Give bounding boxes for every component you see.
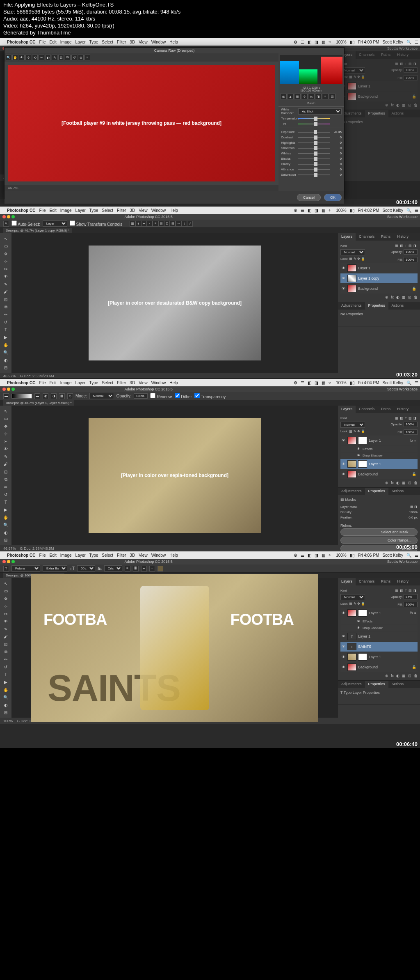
menu-image[interactable]: Image bbox=[60, 553, 72, 558]
layer-thumb[interactable] bbox=[347, 285, 356, 292]
tool-button[interactable]: 🔍 bbox=[2, 521, 10, 529]
tool-button[interactable]: ◐ bbox=[2, 529, 10, 536]
visibility-icon[interactable]: 👁 bbox=[342, 611, 346, 615]
panel-tab-layers[interactable]: Layers bbox=[338, 406, 356, 413]
cr-slider-shadows[interactable]: Shadows0 bbox=[278, 145, 344, 151]
layer-action-icon[interactable]: ⊕ bbox=[385, 295, 388, 299]
cr-slider-exposure[interactable]: Exposure-0.05 bbox=[278, 129, 344, 135]
menu-file[interactable]: File bbox=[39, 40, 46, 44]
layer-thumb[interactable] bbox=[347, 663, 356, 671]
canvas-area[interactable]: [Player in color over sepia-toned backgr… bbox=[11, 406, 338, 545]
workspace-label[interactable]: Scott's Workspace bbox=[387, 387, 418, 391]
layer-action-icon[interactable]: ▦ bbox=[402, 481, 406, 485]
tool-button[interactable]: ✏ bbox=[2, 483, 10, 491]
tool-button[interactable]: ↖ bbox=[2, 580, 10, 587]
tool-button[interactable]: ⊹ bbox=[2, 258, 10, 265]
tool-button[interactable]: ✏ bbox=[2, 311, 10, 318]
status-icon[interactable]: ◧ bbox=[308, 381, 311, 385]
zoom-value[interactable]: 46.97% bbox=[3, 374, 16, 378]
status-icon[interactable]: ☰ bbox=[301, 381, 304, 385]
menu-select[interactable]: Select bbox=[102, 553, 113, 558]
cr-tab-icon[interactable]: ◐ bbox=[280, 94, 287, 99]
text-align-icon[interactable]: ⫠ bbox=[149, 566, 155, 571]
menu-view[interactable]: View bbox=[139, 208, 148, 213]
layer-thumb[interactable]: T bbox=[347, 633, 356, 640]
panel-tab-paths[interactable]: Paths bbox=[378, 233, 394, 241]
gradient-icon[interactable]: ▬ bbox=[3, 393, 9, 399]
layer-action-icon[interactable]: ▦ bbox=[402, 674, 406, 678]
panel-tab-history[interactable]: History bbox=[394, 406, 412, 413]
tool-button[interactable]: ↺ bbox=[2, 663, 10, 671]
tool-button[interactable]: ▭ bbox=[2, 415, 10, 422]
gradient-type-icon[interactable]: ◇ bbox=[67, 393, 73, 399]
font-family[interactable]: Futura bbox=[11, 565, 40, 571]
filter-icon[interactable]: ▨ bbox=[409, 589, 412, 592]
battery-icon[interactable]: ▮▯ bbox=[350, 553, 355, 558]
status-icon[interactable]: ◧ bbox=[308, 553, 311, 558]
layer-action-icon[interactable]: fx bbox=[391, 481, 394, 485]
visibility-icon[interactable]: 👁 bbox=[357, 454, 361, 457]
mask-thumb[interactable] bbox=[358, 609, 367, 617]
menu-view[interactable]: View bbox=[139, 40, 148, 44]
panel-tab-layers[interactable]: Layers bbox=[338, 578, 356, 585]
menu-3d[interactable]: 3D bbox=[130, 553, 135, 558]
minimize-icon[interactable] bbox=[7, 388, 10, 391]
menu-window[interactable]: Window bbox=[151, 381, 166, 385]
fx-badge[interactable]: fx ≡ bbox=[410, 438, 416, 443]
status-icon[interactable]: ☰ bbox=[301, 553, 304, 558]
search-icon[interactable]: 🔍 bbox=[406, 553, 411, 558]
filter-icon[interactable]: ◨ bbox=[413, 244, 417, 248]
layer-thumb[interactable]: T bbox=[347, 643, 356, 650]
layer-action-icon[interactable]: 🗑 bbox=[414, 295, 418, 299]
tool-button[interactable]: ✎ bbox=[2, 625, 10, 633]
layer-thumb[interactable] bbox=[347, 437, 356, 444]
tool-button[interactable]: ⊟ bbox=[2, 537, 10, 544]
status-icon[interactable]: ◧ bbox=[308, 208, 311, 213]
antialias[interactable]: Crisp bbox=[104, 565, 122, 571]
menu-filter[interactable]: Filter bbox=[117, 553, 126, 558]
gradient-preview[interactable] bbox=[11, 394, 32, 399]
layer-action-icon[interactable]: 🗑 bbox=[414, 481, 418, 485]
tool-button[interactable]: ▶ bbox=[2, 334, 10, 341]
layer-action-icon[interactable]: ⊕ bbox=[385, 674, 388, 678]
layer-action-icon[interactable]: ◐ bbox=[396, 481, 399, 485]
visibility-icon[interactable]: 👁 bbox=[342, 472, 346, 476]
wifi-icon[interactable]: ᯤ bbox=[329, 208, 333, 213]
density-value[interactable]: 100% bbox=[409, 510, 418, 514]
menu-window[interactable]: Window bbox=[151, 40, 166, 44]
tool-button[interactable]: ↺ bbox=[2, 319, 10, 326]
gradient-type-icon[interactable]: ◐ bbox=[43, 393, 48, 399]
font-style[interactable]: Extra Bold bbox=[43, 565, 67, 571]
cr-tool-icon[interactable]: 👁 bbox=[19, 55, 25, 60]
filter-icon[interactable]: ▨ bbox=[409, 244, 412, 248]
tool-button[interactable]: ▭ bbox=[2, 243, 10, 250]
layer-row[interactable]: 👁 Layer 1 copy bbox=[340, 273, 418, 283]
text-align-icon[interactable]: ≡ bbox=[125, 566, 130, 571]
tool-button[interactable]: ▭ bbox=[2, 588, 10, 595]
status-icon[interactable]: ⚙ bbox=[294, 208, 297, 213]
ok-button[interactable]: OK bbox=[324, 194, 342, 201]
cr-tab-icon[interactable]: ◨ bbox=[315, 94, 322, 99]
status-icon[interactable]: ☰ bbox=[301, 208, 304, 213]
menu-select[interactable]: Select bbox=[102, 381, 113, 385]
panel-tab-paths[interactable]: Paths bbox=[378, 406, 394, 413]
tool-button[interactable]: ⧉ bbox=[2, 648, 10, 656]
cr-tool-icon[interactable]: ⊡ bbox=[58, 55, 64, 60]
menu-image[interactable]: Image bbox=[60, 208, 72, 213]
visibility-icon[interactable]: 👁 bbox=[342, 462, 346, 466]
wifi-icon[interactable]: ᯤ bbox=[329, 40, 333, 44]
cr-zoom[interactable]: 46.7% bbox=[8, 186, 18, 190]
opacity-input[interactable] bbox=[404, 422, 418, 427]
minimize-icon[interactable] bbox=[7, 560, 10, 563]
cr-slider-whites[interactable]: Whites0 bbox=[278, 151, 344, 156]
menu-filter[interactable]: Filter bbox=[117, 381, 126, 385]
cr-tool-icon[interactable]: ⊕ bbox=[78, 55, 84, 60]
filter-icon[interactable]: ▨ bbox=[409, 416, 412, 420]
battery-icon[interactable]: ▮▯ bbox=[350, 40, 355, 44]
filter-icon[interactable]: ▦ bbox=[395, 416, 398, 420]
menu-window[interactable]: Window bbox=[151, 553, 166, 558]
status-icon[interactable]: ◨ bbox=[315, 40, 318, 44]
document-tab[interactable]: Drew.psd @ 46.7% (Layer 1 copy, RGB/8) * bbox=[3, 228, 72, 233]
menu-type[interactable]: Type bbox=[89, 553, 98, 558]
align-icon[interactable]: ↕ bbox=[181, 221, 187, 227]
